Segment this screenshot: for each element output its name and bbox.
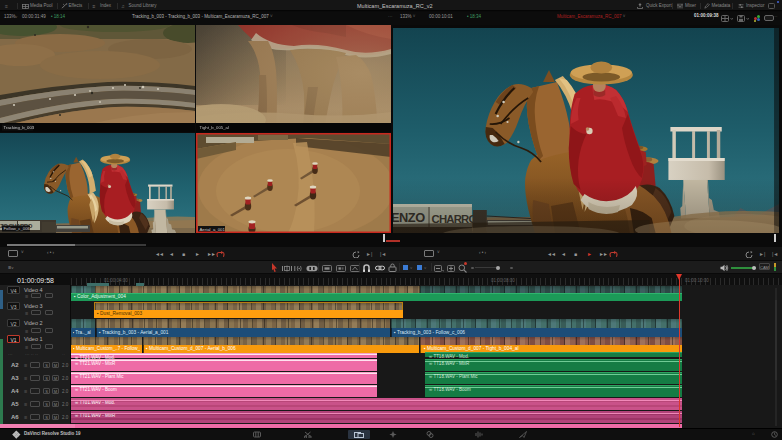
- svg-text:Tracking_b_003: Tracking_b_003: [4, 125, 35, 130]
- svg-text:Aerial_a_001: Aerial_a_001: [200, 227, 226, 232]
- svg-text:Follow_c_006: Follow_c_006: [4, 226, 31, 231]
- svg-text:Tight_b_005_al: Tight_b_005_al: [200, 125, 230, 130]
